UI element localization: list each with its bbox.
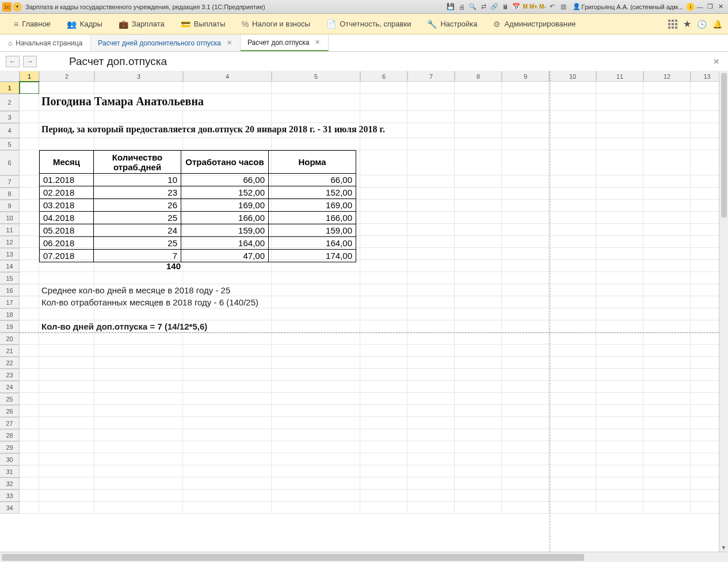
cell[interactable]	[360, 441, 407, 453]
cell[interactable]	[455, 82, 502, 94]
cell[interactable]	[183, 248, 272, 260]
cell[interactable]	[455, 357, 502, 369]
cell[interactable]	[407, 332, 455, 345]
cell[interactable]	[596, 200, 643, 212]
cell[interactable]	[94, 138, 183, 150]
cell[interactable]	[502, 272, 549, 284]
cell[interactable]	[183, 111, 272, 123]
cell[interactable]	[502, 94, 549, 111]
cell[interactable]	[94, 248, 183, 260]
cell[interactable]	[183, 308, 272, 320]
cell[interactable]	[360, 429, 407, 441]
cell[interactable]	[455, 453, 502, 465]
cell[interactable]	[643, 477, 691, 490]
cell[interactable]	[272, 212, 360, 224]
cell[interactable]	[360, 296, 407, 308]
cell[interactable]	[643, 94, 691, 111]
cell[interactable]	[596, 224, 643, 236]
cell[interactable]	[549, 123, 596, 138]
cell[interactable]	[183, 260, 272, 272]
cell[interactable]	[643, 212, 691, 224]
cell[interactable]	[183, 272, 272, 284]
cell[interactable]	[455, 272, 502, 284]
cell[interactable]	[20, 332, 39, 345]
cell[interactable]	[549, 405, 596, 417]
cell[interactable]	[39, 188, 94, 200]
cell[interactable]	[272, 429, 360, 441]
cell[interactable]	[596, 308, 643, 320]
cell[interactable]	[20, 345, 39, 357]
cell[interactable]	[272, 224, 360, 236]
cell[interactable]	[360, 345, 407, 357]
cell[interactable]	[455, 308, 502, 320]
cell[interactable]	[596, 320, 643, 332]
cell[interactable]	[272, 477, 360, 490]
cell[interactable]	[272, 441, 360, 453]
cell[interactable]	[94, 236, 183, 248]
cell[interactable]	[596, 188, 643, 200]
cell[interactable]	[643, 308, 691, 320]
cell[interactable]	[549, 490, 596, 502]
cell[interactable]	[360, 175, 407, 188]
cell[interactable]	[183, 236, 272, 248]
cell[interactable]	[643, 490, 691, 502]
cell[interactable]	[272, 272, 360, 284]
cell[interactable]	[643, 502, 691, 514]
cell[interactable]	[549, 502, 596, 514]
m-minus-button[interactable]: M-	[539, 3, 546, 10]
document-tab[interactable]: Расчет дней дополнительного отпуска✕	[91, 35, 241, 51]
notifications-icon[interactable]: 🔔	[712, 20, 722, 29]
cell[interactable]	[272, 453, 360, 465]
cell[interactable]	[502, 357, 549, 369]
row-header[interactable]: 34	[0, 502, 20, 514]
cell[interactable]	[39, 393, 94, 405]
cell[interactable]	[549, 82, 596, 94]
row-header[interactable]: 7	[0, 175, 20, 188]
cell[interactable]	[360, 200, 407, 212]
cell[interactable]	[94, 332, 183, 345]
row-header[interactable]: 4	[0, 123, 20, 138]
cell[interactable]	[455, 200, 502, 212]
cell[interactable]	[502, 111, 549, 123]
user-label[interactable]: 👤Григорьянц А.А. (системный адм...	[573, 3, 683, 10]
cell[interactable]	[360, 236, 407, 248]
cell[interactable]	[549, 465, 596, 477]
cell[interactable]	[94, 453, 183, 465]
nav-back-button[interactable]: ←	[6, 56, 20, 67]
cell[interactable]	[94, 272, 183, 284]
cell[interactable]	[455, 393, 502, 405]
cell[interactable]	[549, 381, 596, 393]
cell[interactable]	[502, 393, 549, 405]
cell[interactable]	[272, 465, 360, 477]
cell[interactable]	[39, 345, 94, 357]
cell[interactable]	[272, 94, 360, 111]
row-header[interactable]: 25	[0, 393, 20, 405]
cell[interactable]	[360, 111, 407, 123]
cell[interactable]	[183, 393, 272, 405]
cell[interactable]	[360, 248, 407, 260]
cell[interactable]	[360, 123, 407, 138]
cell[interactable]	[502, 123, 549, 138]
cell[interactable]	[20, 477, 39, 490]
row-header[interactable]: 1	[0, 82, 20, 94]
maximize-button[interactable]: ❐	[705, 3, 715, 11]
row-header[interactable]: 30	[0, 453, 20, 465]
cell[interactable]	[39, 236, 94, 248]
cell[interactable]	[20, 453, 39, 465]
cell[interactable]	[183, 465, 272, 477]
cell[interactable]	[549, 138, 596, 150]
cell[interactable]	[94, 381, 183, 393]
cell[interactable]	[20, 123, 39, 138]
cell[interactable]	[20, 296, 39, 308]
cell[interactable]	[272, 405, 360, 417]
cell[interactable]	[183, 441, 272, 453]
cell[interactable]	[502, 296, 549, 308]
cell[interactable]	[502, 236, 549, 248]
cell[interactable]	[39, 82, 94, 94]
cell[interactable]	[94, 212, 183, 224]
cell[interactable]	[502, 138, 549, 150]
m-button[interactable]: M	[523, 3, 527, 10]
cell[interactable]	[455, 175, 502, 188]
cell[interactable]	[20, 212, 39, 224]
save-icon[interactable]: 💾	[446, 2, 455, 12]
